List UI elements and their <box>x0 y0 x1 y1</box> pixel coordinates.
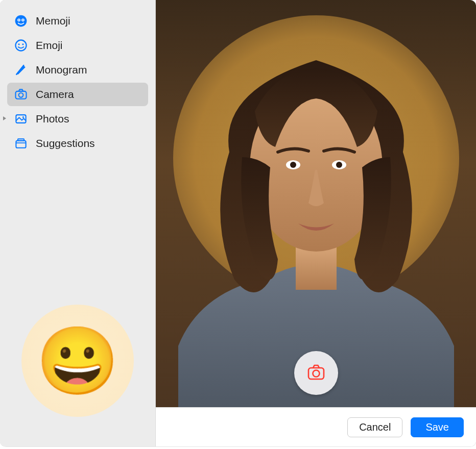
sidebar-item-label: Monogram <box>36 64 87 76</box>
svg-point-4 <box>22 19 23 20</box>
svg-point-7 <box>22 43 23 45</box>
sidebar-list: Memoji Emoji <box>7 9 148 155</box>
dialog-footer: Cancel Save <box>156 407 476 446</box>
svg-point-20 <box>336 162 342 168</box>
svg-rect-13 <box>18 139 24 141</box>
capture-button[interactable] <box>294 351 338 395</box>
photos-icon <box>13 111 29 127</box>
chevron-right-icon[interactable] <box>2 115 7 122</box>
sidebar-item-memoji[interactable]: Memoji <box>7 9 148 33</box>
emoji-icon <box>13 38 29 53</box>
sidebar-item-label: Emoji <box>36 39 63 52</box>
sidebar-item-label: Memoji <box>36 15 70 27</box>
current-picture-emoji: 😀 <box>36 328 119 394</box>
memoji-icon <box>13 13 29 29</box>
suggestions-icon <box>13 136 29 151</box>
sidebar-item-emoji[interactable]: Emoji <box>7 34 148 57</box>
svg-point-19 <box>290 162 296 168</box>
sidebar: Memoji Emoji <box>0 0 156 446</box>
cancel-button[interactable]: Cancel <box>347 417 402 437</box>
sidebar-item-photos[interactable]: Photos <box>7 107 148 131</box>
svg-rect-12 <box>16 141 26 148</box>
svg-point-0 <box>15 15 27 27</box>
sidebar-item-label: Photos <box>36 113 69 125</box>
sidebar-item-label: Camera <box>36 88 74 101</box>
sidebar-item-camera[interactable]: Camera <box>7 83 148 106</box>
camera-preview <box>156 0 476 407</box>
sidebar-item-suggestions[interactable]: Suggestions <box>7 132 148 155</box>
monogram-icon <box>13 62 29 78</box>
camera-shutter-icon <box>306 362 326 384</box>
camera-icon <box>13 87 29 102</box>
svg-point-9 <box>19 93 23 97</box>
svg-point-11 <box>22 116 24 118</box>
profile-picture-dialog: Memoji Emoji <box>0 0 476 446</box>
main-area: Cancel Save <box>156 0 476 446</box>
svg-point-6 <box>18 43 19 45</box>
sidebar-item-monogram[interactable]: Monogram <box>7 58 148 82</box>
svg-point-3 <box>18 19 19 20</box>
current-picture-preview-area: 😀 <box>7 305 148 437</box>
sidebar-item-label: Suggestions <box>36 137 95 149</box>
save-button[interactable]: Save <box>411 417 464 437</box>
current-picture-preview: 😀 <box>21 305 134 417</box>
svg-point-5 <box>16 40 27 51</box>
svg-point-22 <box>313 370 319 377</box>
